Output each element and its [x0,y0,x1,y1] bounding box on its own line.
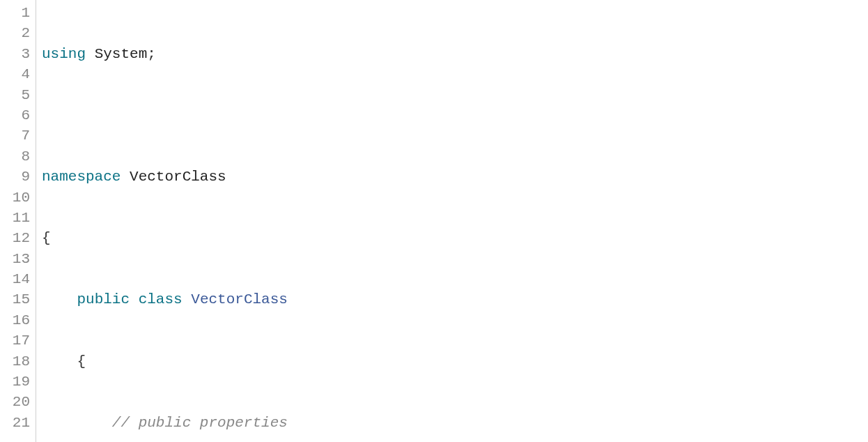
keyword-class: class [139,291,183,307]
line-number: 16 [8,310,30,330]
keyword-namespace: namespace [42,169,121,185]
namespace-name: VectorClass [130,169,226,185]
code-line[interactable]: using System; [39,44,868,64]
line-number: 4 [8,64,30,84]
code-editor[interactable]: using System; namespace VectorClass { pu… [36,0,868,442]
keyword-using: using [42,46,86,62]
line-number: 13 [8,249,30,269]
class-name: VectorClass [191,291,288,307]
comment: // public properties [112,415,288,431]
line-number: 15 [8,289,30,310]
code-line[interactable]: namespace VectorClass [39,167,868,187]
brace-open: { [77,353,86,369]
code-line[interactable]: public class VectorClass [39,289,868,310]
line-number: 21 [8,413,30,433]
line-number: 10 [8,188,30,208]
code-line[interactable]: // public properties [39,413,868,433]
line-number: 9 [8,167,30,187]
code-line[interactable] [39,105,868,125]
identifier: System [95,46,148,62]
line-number: 5 [8,85,30,105]
line-number: 3 [8,44,30,64]
line-number: 11 [8,208,30,228]
line-number: 8 [8,146,30,167]
brace-open: { [42,230,51,246]
line-number: 2 [8,23,30,43]
line-number: 17 [8,330,30,351]
semicolon: ; [147,46,156,62]
line-number: 1 [8,3,30,23]
line-number: 14 [8,269,30,289]
line-number: 6 [8,105,30,125]
code-line[interactable]: { [39,228,868,248]
line-number: 7 [8,125,30,146]
line-number: 20 [8,392,30,412]
code-line[interactable]: { [39,351,868,372]
line-number: 18 [8,351,30,372]
line-number: 12 [8,228,30,248]
line-number-gutter: 1 2 3 4 5 6 7 8 9 10 11 12 13 14 15 16 1… [0,0,36,442]
keyword-public: public [77,291,130,307]
line-number: 19 [8,372,30,392]
